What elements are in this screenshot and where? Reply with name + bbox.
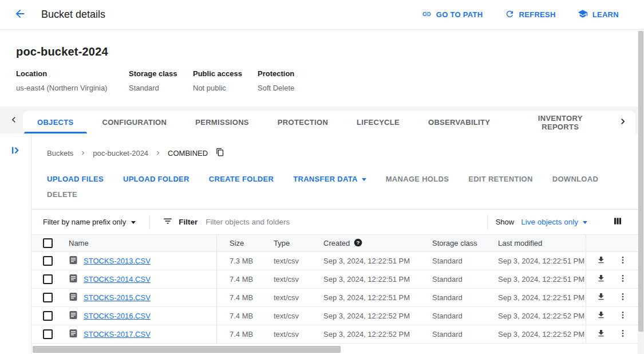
- object-size: 7.4 MB: [216, 289, 274, 306]
- tab-label: PERMISSIONS: [195, 118, 249, 127]
- go-to-path-label: GO TO PATH: [436, 10, 483, 19]
- button-label: DELETE: [47, 190, 77, 199]
- row-checkbox[interactable]: [43, 256, 53, 266]
- tab-configuration[interactable]: CONFIGURATION: [88, 111, 181, 133]
- tab-label: CONFIGURATION: [102, 118, 167, 127]
- more-vert-icon: [618, 329, 627, 340]
- tab-band: OBJECTS CONFIGURATION PERMISSIONS PROTEC…: [0, 107, 644, 133]
- row-download-button[interactable]: [595, 329, 607, 340]
- row-download-button[interactable]: [595, 310, 607, 322]
- tab-protection[interactable]: PROTECTION: [263, 111, 342, 133]
- breadcrumb-bucket-name[interactable]: poc-bucket-2024: [93, 149, 148, 158]
- more-vert-icon: [618, 274, 627, 285]
- header-last-modified: Last modified: [498, 239, 586, 247]
- edit-retention-button[interactable]: EDIT RETENTION: [468, 175, 533, 183]
- vertical-scrollbar-thumb[interactable]: [638, 31, 643, 332]
- object-name-link[interactable]: STOCKS-2017.CSV: [84, 330, 151, 339]
- object-name-link[interactable]: STOCKS-2013.CSV: [84, 257, 151, 265]
- row-checkbox[interactable]: [43, 274, 53, 284]
- go-to-path-button[interactable]: GO TO PATH: [422, 9, 483, 21]
- object-type: text/csv: [274, 257, 323, 265]
- info-label: Storage class: [129, 69, 193, 78]
- created-help-icon[interactable]: ?: [354, 238, 362, 249]
- download-button[interactable]: DOWNLOAD: [552, 175, 598, 183]
- bucket-info-public-access: Public access Not public: [193, 69, 258, 92]
- row-more-actions-button[interactable]: [617, 292, 629, 304]
- horizontal-scrollbar-thumb[interactable]: [33, 346, 341, 353]
- filter-scope-dropdown[interactable]: Filter by name prefix only: [43, 218, 136, 226]
- row-more-actions-button[interactable]: [617, 310, 629, 322]
- object-name-link[interactable]: STOCKS-2016.CSV: [84, 312, 151, 320]
- upload-files-button[interactable]: UPLOAD FILES: [47, 175, 104, 183]
- row-checkbox[interactable]: [43, 293, 53, 302]
- expand-panel-button[interactable]: [9, 145, 22, 158]
- download-icon: [596, 274, 606, 285]
- copy-icon: [216, 148, 224, 158]
- more-vert-icon: [618, 255, 627, 266]
- filter-objects-input[interactable]: [206, 218, 487, 226]
- column-display-options-button[interactable]: [611, 216, 624, 229]
- object-name-link[interactable]: STOCKS-2014.CSV: [84, 275, 151, 284]
- tab-permissions[interactable]: PERMISSIONS: [181, 111, 263, 133]
- file-icon: [69, 292, 78, 303]
- more-vert-icon: [618, 292, 627, 303]
- topbar: Bucket details GO TO PATH REFRESH LEARN: [0, 0, 644, 30]
- objects-table-header: Name Size Type Created ? Storage class L…: [31, 234, 638, 252]
- tab-objects[interactable]: OBJECTS: [23, 111, 88, 133]
- horizontal-scrollbar: [31, 345, 635, 353]
- columns-icon: [613, 217, 622, 227]
- row-download-button[interactable]: [595, 274, 607, 285]
- bucket-info-protection: Protection Soft Delete: [258, 69, 294, 92]
- chevron-right-icon: [79, 149, 87, 157]
- breadcrumb-buckets[interactable]: Buckets: [47, 149, 73, 158]
- create-folder-button[interactable]: CREATE FOLDER: [209, 175, 274, 183]
- copy-path-button[interactable]: [215, 148, 225, 158]
- tabs-scroll-left-button[interactable]: [7, 113, 21, 127]
- info-value: Standard: [129, 84, 193, 92]
- chevron-right-icon: [617, 116, 629, 129]
- object-type: text/csv: [274, 330, 323, 339]
- row-download-button[interactable]: [595, 292, 607, 304]
- row-checkbox[interactable]: [43, 329, 53, 339]
- show-objects-dropdown[interactable]: Live objects only: [521, 218, 587, 226]
- left-rail: [0, 133, 31, 354]
- topbar-actions: GO TO PATH REFRESH LEARN: [422, 9, 619, 21]
- tab-label: LIFECYCLE: [357, 118, 400, 127]
- learn-label: LEARN: [592, 10, 619, 19]
- row-more-actions-button[interactable]: [617, 255, 629, 267]
- tab-observability[interactable]: OBSERVABILITY: [414, 111, 504, 133]
- row-more-actions-button[interactable]: [617, 329, 629, 340]
- delete-button[interactable]: DELETE: [47, 190, 77, 199]
- more-vert-icon: [618, 310, 627, 321]
- tab-bar: OBJECTS CONFIGURATION PERMISSIONS PROTEC…: [23, 111, 635, 133]
- object-created: Sep 3, 2024, 12:22:52 PM: [323, 330, 432, 339]
- objects-panel: Buckets poc-bucket-2024 COMBINED UPLOAD …: [0, 133, 638, 354]
- bucket-name: poc-bucket-2024: [16, 45, 628, 58]
- tab-inventory-reports[interactable]: INVENTORY REPORTS: [504, 111, 616, 133]
- object-size: 7.4 MB: [216, 325, 274, 343]
- button-label: TRANSFER DATA: [293, 175, 357, 183]
- object-name-link[interactable]: STOCKS-2015.CSV: [84, 293, 151, 302]
- row-checkbox[interactable]: [43, 311, 53, 321]
- header-name: Name: [69, 239, 216, 247]
- manage-holds-button[interactable]: MANAGE HOLDS: [386, 175, 449, 183]
- show-group: Show Live objects only: [487, 215, 624, 230]
- select-all-checkbox[interactable]: [43, 238, 53, 248]
- page-title: Bucket details: [41, 9, 105, 21]
- object-last-modified: Sep 3, 2024, 12:22:52 PM: [498, 330, 586, 339]
- row-download-button[interactable]: [595, 255, 607, 267]
- row-more-actions-button[interactable]: [617, 274, 629, 285]
- tab-label: OBSERVABILITY: [428, 118, 490, 127]
- file-icon: [69, 274, 78, 285]
- upload-folder-button[interactable]: UPLOAD FOLDER: [123, 175, 189, 183]
- transfer-data-button[interactable]: TRANSFER DATA: [293, 175, 366, 183]
- refresh-button[interactable]: REFRESH: [505, 9, 556, 21]
- header-actions: [586, 235, 638, 251]
- object-storage-class: Standard: [432, 312, 498, 320]
- download-icon: [596, 292, 606, 303]
- learn-button[interactable]: LEARN: [578, 9, 619, 21]
- tab-lifecycle[interactable]: LIFECYCLE: [342, 111, 414, 133]
- tabs-scroll-right-button[interactable]: [616, 116, 630, 129]
- back-button[interactable]: [13, 7, 27, 22]
- table-row: STOCKS-2015.CSV 7.4 MB text/csv Sep 3, 2…: [31, 289, 638, 307]
